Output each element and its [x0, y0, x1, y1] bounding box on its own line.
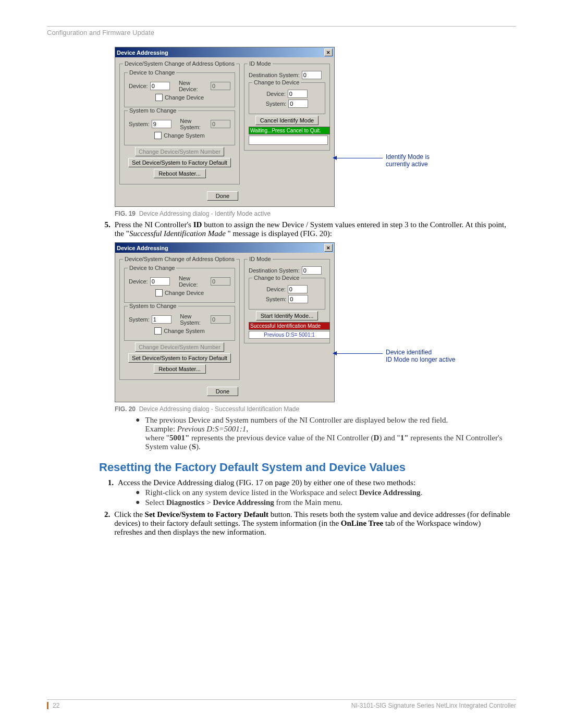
group-change-to-device: Change to Device Device: System: [249, 82, 325, 114]
status-success: Successful Identification Made [249, 322, 330, 330]
group-label: Device/System Change of Address Options [123, 60, 236, 67]
post-fig20-bullets: ● The previous Device and System numbers… [136, 416, 516, 451]
dest-system-input[interactable] [302, 71, 322, 79]
dialog-19-wrap: Device Addressing ✕ Device/System Change… [115, 47, 516, 207]
done-button[interactable]: Done [207, 191, 238, 201]
change-device-checkbox[interactable] [155, 289, 163, 297]
new-device-label: New Device: [179, 80, 209, 92]
arrow-head-icon [333, 156, 337, 160]
change-number-button[interactable]: Change Device/System Number [135, 147, 224, 156]
group-system-to-change: System to Change System: New System: Ch [124, 110, 235, 145]
reset-step-2: 2. Click the Set Device/System to Factor… [104, 510, 511, 537]
group-label: Device to Change [128, 69, 176, 76]
step-number: 2. [104, 510, 110, 537]
group-label: System to Change [128, 107, 178, 114]
change-system-checkbox[interactable] [154, 327, 162, 335]
reboot-master-button[interactable]: Reboot Master... [154, 364, 206, 374]
group-system-to-change: System to Change System: New System: Ch [124, 306, 235, 341]
group-change-to-device: Change to Device Device: System: [249, 278, 325, 310]
dialog-20-wrap: Device Addressing ✕ Device/System Change… [115, 242, 516, 402]
group-label: Device/System Change of Address Options [123, 256, 236, 262]
change-device-label: Change Device [165, 290, 204, 296]
change-device-label: Change Device [165, 94, 204, 101]
page-header: Configuration and Firmware Update [47, 29, 516, 36]
change-system-checkbox[interactable] [154, 132, 162, 139]
close-icon[interactable]: ✕ [324, 244, 333, 252]
dest-system-label: Destination System: [249, 267, 300, 274]
start-identify-button[interactable]: Start Identify Mode... [256, 311, 319, 320]
new-system-label: New System: [180, 313, 209, 326]
group-label: ID Mode [248, 256, 273, 262]
page-number: 22 [47, 702, 59, 709]
new-device-input[interactable] [211, 277, 230, 286]
system-label: System: [129, 316, 150, 323]
new-device-input[interactable] [211, 82, 230, 90]
c-device-label: Device: [266, 286, 286, 292]
close-icon[interactable]: ✕ [324, 48, 333, 56]
group-device-to-change: Device to Change Device: New Device: Ch [124, 268, 235, 303]
figure-20-caption: FIG. 20 Device Addressing dialog - Succe… [115, 405, 516, 413]
status-empty [249, 135, 328, 145]
group-address-options: Device/System Change of Address Options … [119, 259, 240, 380]
group-label: ID Mode [248, 60, 273, 67]
group-label: Change to Device [252, 79, 301, 85]
new-system-input[interactable] [211, 315, 230, 324]
c-system-label: System: [266, 296, 287, 302]
device-addressing-dialog-19: Device Addressing ✕ Device/System Change… [115, 47, 335, 207]
reboot-master-button[interactable]: Reboot Master... [154, 169, 206, 178]
dest-system-input[interactable] [302, 266, 322, 275]
device-label: Device: [129, 278, 148, 285]
step-number: 5. [104, 220, 111, 238]
group-id-mode: ID Mode Destination System: Change to De… [244, 64, 330, 151]
change-number-button[interactable]: Change Device/System Number [135, 342, 224, 352]
change-system-label: Change System [164, 328, 204, 334]
dialog-titlebar: Device Addressing ✕ [115, 243, 334, 253]
dest-system-label: Destination System: [249, 72, 300, 78]
annotation-arrow [336, 353, 383, 354]
c-system-input[interactable] [288, 295, 308, 303]
group-label: System to Change [128, 303, 178, 309]
done-button[interactable]: Done [207, 387, 238, 396]
reset-step-1: 1. Access the Device Addressing dialog (… [104, 478, 511, 487]
cancel-identify-button[interactable]: Cancel Identify Mode [255, 116, 319, 125]
annotation-arrow [336, 158, 383, 158]
group-label: Change to Device [252, 275, 301, 281]
factory-default-button[interactable]: Set Device/System to Factory Default [128, 158, 231, 167]
c-device-input[interactable] [288, 90, 308, 98]
new-device-label: New Device: [179, 275, 209, 288]
group-id-mode: ID Mode Destination System: Change to De… [244, 259, 330, 343]
system-input[interactable] [152, 120, 172, 128]
system-label: System: [129, 121, 150, 127]
c-system-label: System: [266, 101, 287, 107]
page-footer: 22 NI-3101-SIG Signature Series NetLinx … [47, 699, 516, 709]
figure-19-caption: FIG. 19 Device Addressing dialog - Ident… [115, 210, 516, 217]
c-device-label: Device: [266, 91, 286, 97]
c-device-input[interactable] [288, 285, 308, 293]
step-5: 5. Press the NI Controller's ID button t… [104, 220, 511, 238]
device-addressing-dialog-20: Device Addressing ✕ Device/System Change… [115, 242, 335, 402]
new-system-label: New System: [180, 118, 209, 130]
device-input[interactable] [150, 277, 170, 286]
dialog-titlebar: Device Addressing ✕ [115, 47, 334, 57]
annotation-device-identified: Device identified ID Mode no longer acti… [386, 349, 455, 363]
footer-doc-title: NI-3101-SIG Signature Series NetLinx Int… [351, 702, 516, 709]
annotation-identify-active: Identify Mode is currently active [386, 153, 430, 168]
group-label: Device to Change [128, 265, 176, 271]
device-label: Device: [129, 83, 148, 89]
step-number: 1. [104, 478, 114, 487]
dialog-title: Device Addressing [117, 50, 168, 56]
reset-step-1-bullets: ● Right-click on any system device liste… [136, 488, 516, 507]
device-input[interactable] [150, 82, 170, 90]
group-address-options: Device/System Change of Address Options … [119, 64, 240, 184]
section-heading: Resetting the Factory Default System and… [99, 461, 516, 474]
dialog-title: Device Addressing [117, 245, 168, 251]
arrow-head-icon [333, 351, 337, 355]
change-system-label: Change System [164, 132, 204, 139]
c-system-input[interactable] [288, 100, 308, 108]
new-system-input[interactable] [211, 120, 230, 128]
change-device-checkbox[interactable] [155, 94, 163, 101]
group-device-to-change: Device to Change Device: New Device: Ch [124, 72, 235, 107]
factory-default-button[interactable]: Set Device/System to Factory Default [128, 353, 231, 363]
status-waiting: Waiting...Press Cancel to Quit. [249, 127, 330, 134]
system-input[interactable] [152, 315, 172, 324]
